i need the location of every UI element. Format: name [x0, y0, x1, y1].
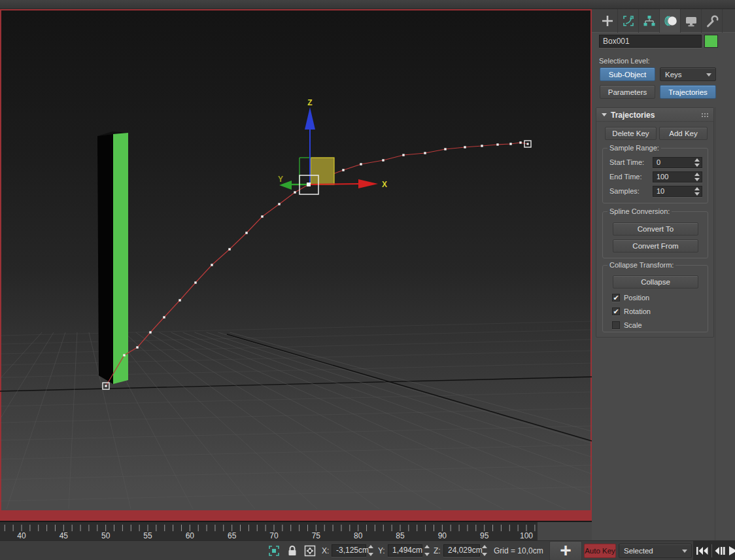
auto-key-button[interactable]: Auto Key — [584, 544, 616, 558]
trajectory-sample-dot — [342, 169, 344, 171]
go-to-start-button[interactable] — [693, 541, 711, 560]
gizmo-plane-handle — [311, 158, 334, 184]
panel-gutter-divider — [715, 107, 715, 540]
track-bar[interactable]: 404550556065707580859095100 — [0, 521, 592, 540]
trajectories-rollout: Trajectories Delete Key Add Key Sample R… — [596, 107, 714, 338]
grid-line — [0, 363, 592, 377]
trajectory-sample-dot — [245, 232, 247, 234]
x-coord-field[interactable]: -3,125cm — [332, 544, 366, 557]
ruler-empty-area — [538, 522, 592, 540]
samples-spinner[interactable] — [693, 187, 700, 196]
sample-range-title: Sample Range: — [607, 144, 661, 152]
scale-checkbox-row[interactable]: Scale — [612, 321, 642, 329]
trajectory-sample-dot — [424, 152, 426, 154]
spline-conversion-group: Spline Conversion: Convert To Convert Fr… — [602, 211, 708, 258]
ruler-top-border — [0, 521, 592, 522]
samples-label: Samples: — [609, 187, 640, 195]
x-coord-spinner[interactable] — [367, 545, 374, 556]
previous-frame-button[interactable] — [712, 541, 729, 560]
gizmo-axis-label: Y — [278, 175, 283, 184]
ruler-frame-label: 55 — [143, 531, 152, 540]
object-name-field[interactable]: Box001 — [599, 35, 702, 48]
end-key-marker — [526, 143, 528, 145]
main-toolbar-edge — [0, 0, 735, 9]
y-coord-field[interactable]: 1,494cm — [388, 544, 422, 557]
absolute-mode-icon — [304, 545, 316, 557]
tab-utilities[interactable] — [702, 9, 723, 33]
object-color-swatch[interactable] — [704, 35, 718, 48]
ruler-frame-label: 50 — [101, 531, 111, 540]
perspective-viewport[interactable]: ZXY — [0, 9, 592, 521]
convert-from-button[interactable]: Convert From — [613, 239, 698, 253]
tab-create[interactable] — [597, 9, 618, 33]
delete-key-button[interactable]: Delete Key — [605, 127, 657, 140]
playback-controls — [693, 541, 735, 560]
rollout-collapse-icon — [602, 113, 607, 116]
ruler-frame-label: 90 — [438, 531, 447, 540]
samples-field[interactable]: 10 — [653, 186, 702, 197]
rollout-grip-icon — [701, 113, 709, 118]
tab-motion[interactable] — [660, 9, 681, 33]
rotation-checkbox[interactable]: ✔ — [612, 307, 620, 315]
3dsmax-window: ZXY 404550556065707580859095100 — [0, 0, 735, 560]
grid-line — [0, 351, 592, 365]
grid-line — [0, 321, 592, 336]
key-filter-dropdown[interactable]: Selected — [619, 544, 692, 558]
viewport-scene: ZXY — [0, 9, 592, 510]
z-coord-spinner[interactable] — [481, 545, 488, 556]
trajectory-sample-dot — [123, 354, 125, 356]
ruler-frame-label: 45 — [60, 531, 69, 540]
grid-line — [160, 332, 504, 509]
trajectory-sample-dot — [228, 248, 230, 250]
position-checkbox[interactable]: ✔ — [612, 294, 620, 302]
z-coord-field[interactable]: 24,029cm — [443, 544, 480, 557]
set-key-button[interactable]: + — [549, 541, 582, 560]
gizmo-axis-label: X — [382, 180, 387, 189]
grid-line — [7, 332, 65, 509]
motion-tab-icon — [662, 14, 678, 28]
end-time-spinner[interactable] — [693, 173, 700, 181]
rotation-checkbox-row[interactable]: ✔ Rotation — [612, 307, 651, 315]
z-coord-label: Z: — [434, 546, 441, 555]
absolute-mode-toggle[interactable] — [303, 544, 317, 557]
end-time-field[interactable]: 100 — [653, 171, 702, 183]
trajectories-rollout-header[interactable]: Trajectories — [596, 108, 713, 122]
play-button[interactable] — [728, 541, 735, 560]
grid-line — [112, 332, 255, 509]
box-front-face — [97, 134, 113, 384]
tab-hierarchy[interactable] — [639, 9, 660, 33]
parameters-button[interactable]: Parameters — [600, 85, 655, 99]
ruler-frame-label: 85 — [396, 531, 405, 540]
start-time-field[interactable]: 0 — [653, 157, 702, 168]
selection-lock-toggle[interactable] — [285, 544, 299, 557]
trajectory-sample-dot — [163, 316, 165, 318]
grid-line — [148, 332, 441, 509]
tab-modify[interactable] — [618, 9, 639, 33]
trajectory-sample-dot — [194, 281, 196, 283]
selection-level-dropdown[interactable]: Keys — [660, 67, 716, 81]
start-time-value: 0 — [657, 158, 660, 166]
play-icon — [728, 546, 735, 556]
gizmo-axis-label: Z — [307, 98, 312, 107]
trajectories-button[interactable]: Trajectories — [660, 85, 716, 99]
sub-object-button[interactable]: Sub-Object — [600, 67, 655, 81]
end-time-value: 100 — [657, 173, 668, 181]
tab-display[interactable] — [681, 9, 702, 33]
convert-to-button[interactable]: Convert To — [613, 222, 698, 236]
add-key-button[interactable]: Add Key — [659, 127, 708, 140]
isolate-selection-toggle[interactable] — [267, 544, 281, 557]
collapse-button[interactable]: Collapse — [613, 275, 698, 289]
start-time-spinner[interactable] — [693, 158, 700, 167]
y-coord-spinner[interactable] — [423, 545, 430, 556]
viewport-canvas[interactable]: ZXY — [1, 10, 590, 510]
ruler-frame-label: 75 — [312, 531, 321, 540]
gizmo-x-arrowhead — [358, 179, 378, 188]
selection-level-label: Selection Level: — [599, 57, 650, 65]
hierarchy-tab-icon — [642, 14, 657, 28]
rollout-title: Trajectories — [611, 111, 655, 120]
position-checkbox-row[interactable]: ✔ Position — [612, 294, 649, 302]
x-coord-label: X: — [322, 546, 329, 555]
autokey-viewport-border — [0, 510, 592, 521]
gizmo-z-arrowhead — [305, 107, 315, 130]
scale-checkbox[interactable] — [612, 321, 620, 329]
